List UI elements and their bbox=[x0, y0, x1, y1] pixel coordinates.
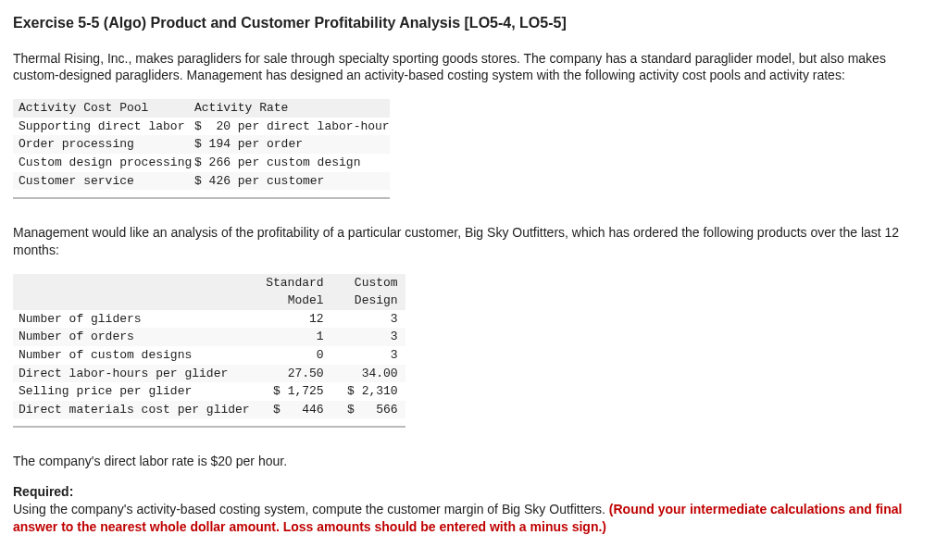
t2-cell: $ 566 bbox=[324, 401, 405, 419]
t1-cell: Supporting direct labor bbox=[13, 118, 194, 136]
t1-header-pool: Activity Cost Pool bbox=[13, 99, 194, 118]
t2-cell: 3 bbox=[324, 328, 405, 346]
t1-cell: $ 20 per direct labor-hour bbox=[194, 118, 390, 136]
intro-paragraph: Thermal Rising, Inc., makes paragliders … bbox=[13, 50, 935, 85]
t2-header: Standard bbox=[250, 274, 324, 292]
t2-cell: Number of custom designs bbox=[13, 346, 250, 365]
t2-header: Model bbox=[250, 292, 324, 310]
page-title: Exercise 5-5 (Algo) Product and Customer… bbox=[13, 13, 935, 33]
t2-header bbox=[13, 292, 250, 310]
t2-cell: Number of gliders bbox=[13, 310, 250, 329]
required-label: Required: bbox=[13, 484, 73, 499]
t2-cell: $ 446 bbox=[250, 401, 324, 419]
t2-cell: 12 bbox=[250, 310, 324, 329]
t2-cell: Direct labor-hours per glider bbox=[13, 365, 250, 383]
t2-cell: Selling price per glider bbox=[13, 382, 250, 401]
t2-cell: 27.50 bbox=[250, 365, 324, 383]
t2-cell: 0 bbox=[250, 346, 324, 365]
t2-header bbox=[13, 274, 250, 292]
required-section: Required: Using the company's activity-b… bbox=[13, 483, 935, 536]
customer-order-table: Standard Custom Model Design Number of g… bbox=[13, 272, 405, 428]
t2-header: Custom bbox=[324, 274, 405, 292]
t2-cell: 3 bbox=[324, 310, 405, 329]
t2-cell: 34.00 bbox=[324, 365, 405, 383]
t1-cell: $ 266 per custom design bbox=[194, 154, 390, 172]
activity-cost-pool-table: Activity Cost Pool Activity Rate Support… bbox=[13, 97, 390, 199]
t1-cell: $ 194 per order bbox=[194, 135, 390, 154]
t2-cell: Number of orders bbox=[13, 328, 250, 346]
t1-header-rate: Activity Rate bbox=[194, 99, 390, 118]
t2-cell: 3 bbox=[324, 346, 405, 365]
t1-cell: Order processing bbox=[13, 135, 194, 154]
t2-header: Design bbox=[324, 292, 405, 310]
t1-cell: Custom design processing bbox=[13, 154, 194, 172]
required-instruction: Using the company's activity-based costi… bbox=[13, 502, 609, 516]
t1-cell: $ 426 per customer bbox=[194, 172, 390, 191]
t2-cell: $ 2,310 bbox=[324, 382, 405, 401]
t2-cell: 1 bbox=[250, 328, 324, 346]
mid-paragraph: Management would like an analysis of the… bbox=[13, 224, 935, 259]
labor-rate-text: The company's direct labor rate is $20 p… bbox=[13, 453, 935, 470]
t2-cell: Direct materials cost per glider bbox=[13, 401, 250, 419]
t1-cell: Customer service bbox=[13, 172, 194, 191]
t2-cell: $ 1,725 bbox=[250, 382, 324, 401]
